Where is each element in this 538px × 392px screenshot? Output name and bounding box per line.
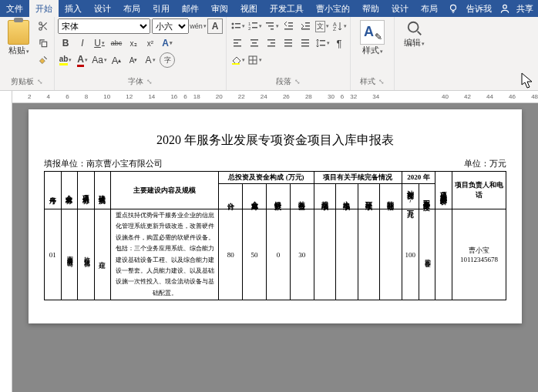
cell-plan-invest[interactable]: 100 xyxy=(402,209,419,300)
tab-mailings[interactable]: 邮件 xyxy=(176,0,205,17)
char-shading-button[interactable]: Aa xyxy=(92,52,107,68)
font-color-button[interactable]: A xyxy=(75,52,90,68)
tab-layout2[interactable]: 布局 xyxy=(415,0,444,17)
character-border-button[interactable]: A xyxy=(207,18,223,34)
svg-rect-35 xyxy=(284,45,292,47)
superscript-button[interactable]: x² xyxy=(143,35,158,51)
svg-point-7 xyxy=(231,27,234,29)
tab-layout[interactable]: 布局 xyxy=(117,0,146,17)
share-button[interactable]: 共享 xyxy=(515,0,535,17)
tell-me-search[interactable]: 告诉我 xyxy=(463,0,495,17)
italic-button[interactable]: I xyxy=(75,35,90,51)
cell-land[interactable] xyxy=(336,209,358,300)
paint-bucket-icon xyxy=(230,55,241,65)
highlight-color-button[interactable]: ab xyxy=(58,52,73,68)
bold-button[interactable]: B xyxy=(58,35,73,51)
multilevel-list-button[interactable] xyxy=(264,18,279,34)
sort-button[interactable]: AZ xyxy=(331,18,347,34)
distributed-button[interactable] xyxy=(298,35,313,51)
svg-rect-40 xyxy=(320,45,325,46)
format-painter-button[interactable] xyxy=(35,52,51,68)
cell-bank[interactable]: 0 xyxy=(267,209,291,300)
font-size-select[interactable]: 小六 xyxy=(152,18,189,34)
group-clipboard: 粘贴 剪贴板⤡ xyxy=(0,17,55,90)
shading-button[interactable] xyxy=(230,52,245,68)
cut-button[interactable] xyxy=(35,18,51,34)
shrink-font-button[interactable]: A▾ xyxy=(126,52,141,68)
cell-env[interactable] xyxy=(358,209,379,300)
borders-button[interactable] xyxy=(247,52,262,68)
text-effects-button[interactable]: A xyxy=(160,35,175,51)
increase-indent-button[interactable] xyxy=(298,18,313,34)
tab-design[interactable]: 设计 xyxy=(88,0,117,17)
svg-rect-38 xyxy=(301,45,309,47)
tab-design2[interactable]: 设计 xyxy=(385,0,415,17)
paste-button[interactable]: 粘贴 xyxy=(3,18,34,75)
phonetic-guide-button[interactable]: wén xyxy=(190,18,206,34)
align-center-button[interactable] xyxy=(247,35,262,51)
tab-addin[interactable]: 曹小宝的 xyxy=(310,0,356,17)
th-contact: 项目负责人和电话 xyxy=(452,172,506,209)
styles-button[interactable]: A✎ 样式 xyxy=(354,18,391,75)
tab-help[interactable]: 帮助 xyxy=(356,0,385,17)
decrease-indent-button[interactable] xyxy=(281,18,296,34)
svg-rect-16 xyxy=(288,22,293,24)
font-name-select[interactable]: 宋体 xyxy=(58,18,150,34)
show-marks-button[interactable]: ¶ xyxy=(331,35,347,51)
align-left-button[interactable] xyxy=(230,35,245,51)
group-clipboard-label: 剪贴板 xyxy=(11,76,34,87)
copy-button[interactable] xyxy=(35,35,51,51)
tab-review[interactable]: 审阅 xyxy=(205,0,234,17)
strike-button[interactable]: abc xyxy=(109,35,124,51)
tab-insert[interactable]: 插入 xyxy=(59,0,88,17)
svg-rect-25 xyxy=(234,42,238,44)
cell-content[interactable]: 重点扶持优势骨干服务业企业的信息化管理系统更新升级改造，改善硬件设施条件，购置必… xyxy=(111,209,219,300)
th-energy: 节能评估 xyxy=(385,196,395,199)
th-plan: 规划手续 xyxy=(320,196,330,199)
cell-image[interactable]: 购置设备 xyxy=(422,254,431,257)
find-button[interactable]: 编辑 xyxy=(398,18,431,85)
document-area[interactable]: 2468101214166182022242628306323440424446… xyxy=(12,91,538,392)
asian-layout-button[interactable]: 文 xyxy=(314,18,330,34)
font-launcher[interactable]: ⤡ xyxy=(146,78,153,85)
horizontal-ruler[interactable]: 2468101214166182022242628306323440424446… xyxy=(12,91,538,103)
paragraph-launcher[interactable]: ⤡ xyxy=(294,78,301,85)
change-case-button[interactable]: A xyxy=(143,52,158,68)
svg-rect-33 xyxy=(284,39,292,41)
tab-file[interactable]: 文件 xyxy=(0,0,29,17)
cell-seq[interactable]: 01 xyxy=(45,209,62,300)
cell-other[interactable]: 30 xyxy=(290,209,314,300)
bullets-button[interactable] xyxy=(230,18,245,34)
table-row[interactable]: 01 南京曹小宝有限公司 软件信息化项目 在建 重点扶持优势骨干服务业企业的信息… xyxy=(45,209,506,300)
align-justify-button[interactable] xyxy=(281,35,296,51)
brush-icon xyxy=(38,55,49,65)
cell-contact[interactable]: 曹小宝10112345678 xyxy=(452,209,506,300)
cell-benefit[interactable] xyxy=(435,209,452,300)
cell-plan[interactable] xyxy=(314,209,335,300)
bullets-icon xyxy=(230,21,241,32)
tab-home[interactable]: 开始 xyxy=(29,0,59,17)
numbering-button[interactable]: 12 xyxy=(247,18,262,34)
clipboard-launcher[interactable]: ⤡ xyxy=(37,78,43,85)
grow-font-button[interactable]: A▴ xyxy=(109,52,124,68)
cell-total[interactable]: 80 xyxy=(219,209,243,300)
cell-energy[interactable] xyxy=(380,209,402,300)
report-table[interactable]: 序号 企业名称 项目名称 建设性质 主要建设内容及规模 总投资及资金构成 (万元… xyxy=(44,171,506,300)
tab-references[interactable]: 引用 xyxy=(146,0,176,17)
enclose-char-button[interactable]: 字 xyxy=(160,52,175,68)
styles-icon: A✎ xyxy=(360,20,385,45)
line-spacing-button[interactable] xyxy=(314,35,330,51)
tab-view[interactable]: 视图 xyxy=(234,0,264,17)
subscript-button[interactable]: x₂ xyxy=(126,35,141,51)
group-styles: A✎ 样式 样式⤡ xyxy=(351,17,395,90)
underline-button[interactable]: U xyxy=(92,35,107,51)
tab-devtools[interactable]: 开发工具 xyxy=(264,0,310,17)
svg-point-45 xyxy=(408,22,418,32)
cell-ent[interactable]: 南京曹小宝有限公司 xyxy=(65,250,73,257)
styles-launcher[interactable]: ⤡ xyxy=(378,78,385,85)
cell-self[interactable]: 50 xyxy=(243,209,267,300)
svg-rect-41 xyxy=(232,63,240,65)
cell-proj[interactable]: 软件信息化项目 xyxy=(82,252,90,257)
cell-nature[interactable]: 在建 xyxy=(97,256,107,257)
align-right-button[interactable] xyxy=(264,35,279,51)
